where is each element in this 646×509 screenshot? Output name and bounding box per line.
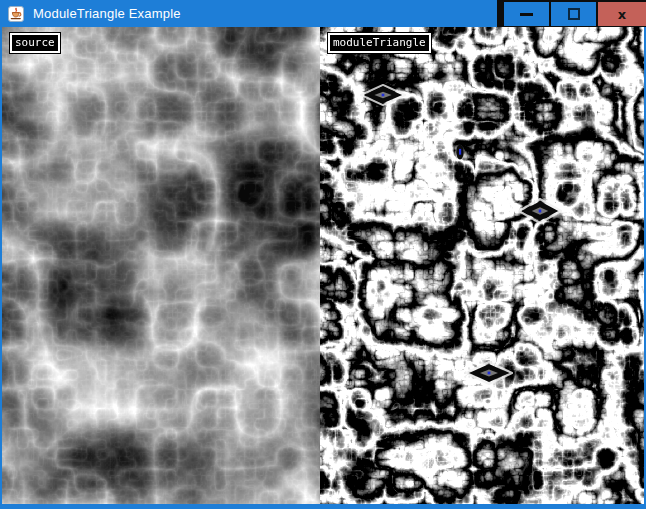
maximize-icon [568, 8, 580, 20]
window-controls: x [497, 0, 646, 27]
maximize-button[interactable] [551, 2, 596, 26]
minimize-button[interactable] [504, 2, 549, 26]
java-coffee-cup-icon [8, 6, 24, 22]
panel-label-moduletriangle: moduleTriangle [328, 33, 431, 53]
moduletriangle-noise-canvas [320, 27, 644, 504]
source-noise-canvas [2, 27, 320, 504]
close-icon: x [618, 8, 626, 21]
window-title: ModuleTriangle Example [33, 6, 181, 21]
application-window: ModuleTriangle Example x source moduleTr… [0, 0, 646, 509]
close-button[interactable]: x [598, 2, 646, 26]
minimize-icon [520, 13, 533, 16]
content-area: source moduleTriangle [2, 27, 644, 504]
panel-label-source: source [10, 33, 60, 53]
